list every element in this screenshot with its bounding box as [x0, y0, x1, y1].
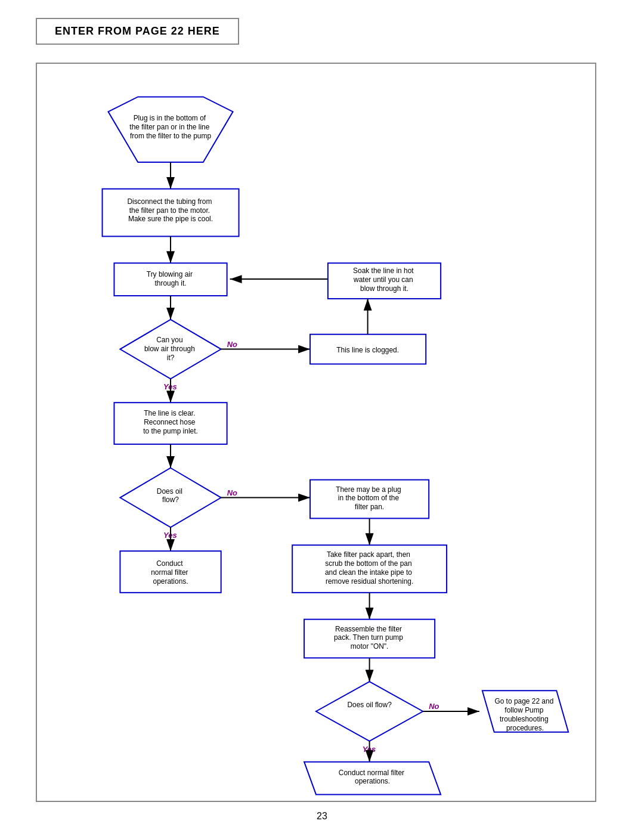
svg-text:The line is clear.
        Rec: The line is clear. Reconnect hose to the… [143, 409, 198, 435]
svg-text:Soak the line in hot
        w: Soak the line in hot water until you can… [353, 267, 416, 293]
svg-text:Conduct
        normal filter
: Conduct normal filter operations. [151, 559, 190, 586]
svg-marker-42 [316, 682, 423, 741]
page-number: 23 [36, 811, 608, 822]
svg-text:Plug is in the bottom of
     : Plug is in the bottom of the filter pan … [129, 114, 211, 140]
svg-text:Take filter pack apart, then
 : Take filter pack apart, then scrub the b… [325, 550, 414, 586]
svg-text:Disconnect the tubing from
   : Disconnect the tubing from the filter pa… [127, 197, 213, 224]
svg-text:This line is clogged.: This line is clogged. [336, 346, 399, 354]
page: ENTER FROM PAGE 22 HERE Plug is in the b… [0, 0, 644, 833]
svg-text:Does oil flow?: Does oil flow? [347, 701, 392, 709]
svg-text:No: No [227, 488, 237, 497]
svg-text:No: No [429, 702, 439, 711]
svg-text:No: No [227, 340, 237, 349]
flowchart-area: Plug is in the bottom of the filter pan … [36, 63, 596, 802]
flowchart-svg: Plug is in the bottom of the filter pan … [37, 64, 595, 801]
header-title: ENTER FROM PAGE 22 HERE [36, 18, 239, 45]
